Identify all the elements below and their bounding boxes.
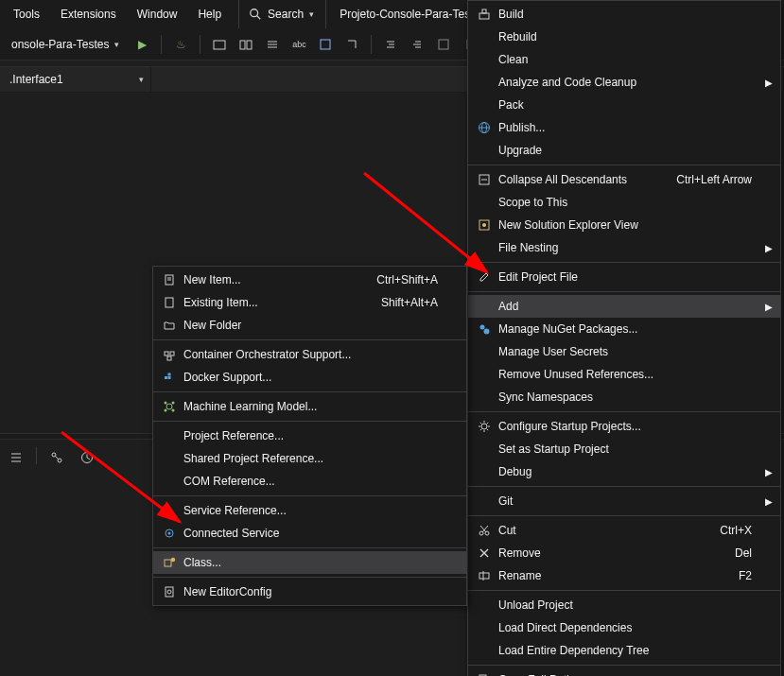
tb-icon-4[interactable]: abc <box>287 33 310 56</box>
project-menu-item[interactable]: Upgrade <box>468 139 780 162</box>
svg-rect-2 <box>214 41 225 49</box>
add-menu-item[interactable]: Class... <box>153 551 466 574</box>
menu-window[interactable]: Window <box>128 4 187 25</box>
svg-rect-63 <box>165 352 168 355</box>
context-menu-add: New Item...Ctrl+Shift+AExisting Item...S… <box>152 266 467 606</box>
menu-extensions[interactable]: Extensions <box>51 4 126 25</box>
project-menu-item[interactable]: Clean <box>468 48 780 71</box>
submenu-arrow-icon: ▶ <box>765 243 773 253</box>
history-button[interactable] <box>77 447 97 468</box>
startup-selector[interactable]: onsole-Para-Testes ▾ <box>4 36 127 53</box>
menu-item-label: Configure Startup Projects... <box>495 420 752 433</box>
add-menu-item[interactable]: Service Reference... <box>153 499 466 522</box>
svg-rect-28 <box>479 13 489 19</box>
list-view-button[interactable] <box>6 447 26 468</box>
tb-icon-9[interactable] <box>432 33 455 56</box>
menu-item-label: Unload Project <box>495 598 752 612</box>
tb-icon-1[interactable] <box>208 33 231 56</box>
project-menu-item[interactable]: Git▶ <box>468 490 780 512</box>
menu-item-label: Clean <box>495 53 752 66</box>
menu-help[interactable]: Help <box>188 4 231 25</box>
add-menu-item[interactable]: Docker Support... <box>153 366 466 389</box>
separator <box>153 391 466 392</box>
project-menu-item[interactable]: Load Entire Dependency Tree <box>468 639 780 662</box>
submenu-arrow-icon: ▶ <box>765 302 773 312</box>
svg-point-69 <box>166 404 172 409</box>
hot-reload-button[interactable]: ♨ <box>169 33 192 56</box>
separator <box>153 495 466 496</box>
project-menu-item[interactable]: CutCtrl+X <box>468 519 780 542</box>
tb-icon-7[interactable] <box>379 33 402 56</box>
start-button[interactable]: ▶ <box>131 33 153 56</box>
project-menu-item[interactable]: Manage NuGet Packages... <box>468 318 780 340</box>
project-menu-item[interactable]: Set as Startup Project <box>468 438 780 460</box>
svg-point-79 <box>167 590 171 594</box>
tb-icon-8[interactable] <box>406 33 428 56</box>
menu-item-shortcut: Ctrl+Left Arrow <box>638 173 752 186</box>
menu-item-label: Build <box>495 8 752 21</box>
project-menu-item[interactable]: New Solution Explorer View <box>468 214 780 236</box>
svg-point-39 <box>481 424 487 429</box>
menu-item-label: Set as Startup Project <box>495 442 752 456</box>
menu-item-shortcut: Shift+Alt+A <box>343 296 438 309</box>
project-menu-item[interactable]: Debug▶ <box>468 460 780 483</box>
project-menu-item[interactable]: RenameF2 <box>468 564 780 587</box>
tb-icon-3[interactable] <box>261 33 284 56</box>
separator <box>153 577 466 578</box>
tb-icon-6[interactable] <box>340 33 363 56</box>
project-menu-item[interactable]: Sync Namespaces <box>468 386 780 408</box>
separator <box>371 35 372 54</box>
svg-point-72 <box>165 409 167 412</box>
project-menu-item[interactable]: Pack <box>468 94 780 116</box>
build-icon <box>474 8 495 21</box>
project-menu-item[interactable]: Rebuild <box>468 26 780 48</box>
add-menu-item[interactable]: New Item...Ctrl+Shift+A <box>153 269 466 291</box>
new-folder-icon <box>159 319 180 332</box>
project-menu-item[interactable]: Unload Project <box>468 594 780 616</box>
menu-item-label: COM Reference... <box>180 475 438 488</box>
add-menu-item[interactable]: Connected Service <box>153 522 466 545</box>
project-menu-item[interactable]: Configure Startup Projects... <box>468 415 780 438</box>
breadcrumb-namespace[interactable]: .Interface1 ▾ <box>0 67 151 92</box>
svg-rect-66 <box>165 376 167 379</box>
add-menu-item[interactable]: New Folder <box>153 314 466 337</box>
menu-item-label: Connected Service <box>180 527 438 540</box>
project-menu-item[interactable]: Edit Project File <box>468 266 780 288</box>
startup-label: onsole-Para-Testes <box>11 38 109 51</box>
menu-item-label: New Item... <box>180 273 339 286</box>
project-menu-item[interactable]: Add▶ <box>468 295 780 318</box>
project-menu-item[interactable]: Analyze and Code Cleanup▶ <box>468 71 780 94</box>
project-menu-item[interactable]: Remove Unused References... <box>468 363 780 386</box>
add-menu-item[interactable]: Container Orchestrator Support... <box>153 343 466 366</box>
add-menu-item[interactable]: Machine Learning Model... <box>153 395 466 418</box>
add-menu-item[interactable]: Existing Item...Shift+Alt+A <box>153 291 466 314</box>
menu-tools[interactable]: Tools <box>4 4 49 25</box>
separator <box>468 665 780 666</box>
abc-icon: abc <box>292 40 306 49</box>
menu-item-label: Existing Item... <box>180 296 343 309</box>
add-menu-item[interactable]: Shared Project Reference... <box>153 447 466 470</box>
activity-button[interactable] <box>46 447 67 468</box>
add-menu-item[interactable]: COM Reference... <box>153 470 466 493</box>
project-menu-item[interactable]: Build <box>468 3 780 26</box>
project-menu-item[interactable]: Scope to This <box>468 191 780 214</box>
separator <box>468 590 780 591</box>
tb-icon-5[interactable] <box>314 33 337 56</box>
tb-icon-2[interactable] <box>235 33 257 56</box>
add-menu-item[interactable]: New EditorConfig <box>153 581 466 603</box>
project-menu-item[interactable]: Copy Full Path <box>468 668 780 676</box>
search-box[interactable]: Search ▾ <box>238 0 323 28</box>
svg-rect-29 <box>482 9 486 13</box>
menu-item-label: New Solution Explorer View <box>495 218 752 232</box>
project-menu-item[interactable]: Collapse All DescendantsCtrl+Left Arrow <box>468 168 780 191</box>
project-menu-item[interactable]: File Nesting▶ <box>468 236 780 259</box>
add-menu-item[interactable]: Project Reference... <box>153 425 466 447</box>
search-label: Search <box>268 8 304 21</box>
project-menu-item[interactable]: Load Direct Dependencies <box>468 616 780 639</box>
project-menu-item[interactable]: RemoveDel <box>468 542 780 564</box>
existing-item-icon <box>159 296 180 309</box>
new-item-icon <box>159 273 180 286</box>
svg-line-44 <box>480 423 481 424</box>
project-menu-item[interactable]: Manage User Secrets <box>468 340 780 363</box>
project-menu-item[interactable]: Publish... <box>468 116 780 139</box>
